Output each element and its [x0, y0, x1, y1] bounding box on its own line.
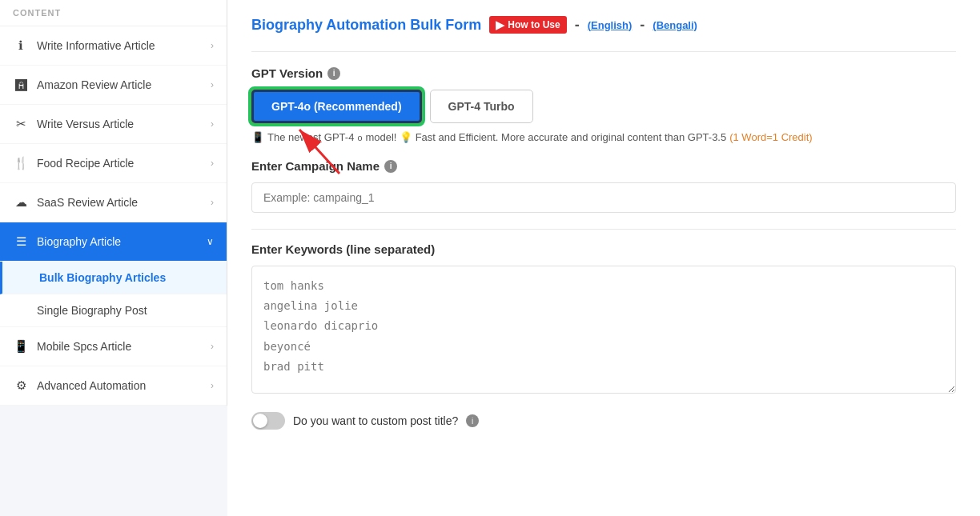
custom-post-title-label: Do you want to custom post title? — [293, 414, 458, 427]
gpt-credit: (1 Word=1 Credit) — [729, 131, 812, 143]
gpt-buttons-row: GPT-4o (Recommended) GPT-4 Turbo — [251, 90, 956, 123]
gpt4turbo-button[interactable]: GPT-4 Turbo — [430, 90, 533, 123]
custom-post-title-toggle[interactable] — [251, 412, 285, 430]
chevron-right-icon: › — [211, 380, 214, 391]
gpt-version-label: GPT Version i — [251, 66, 956, 80]
divider2 — [251, 229, 956, 230]
chevron-right-icon: › — [211, 118, 214, 130]
sidebar-item-saas-review[interactable]: ☁ SaaS Review Article › — [0, 183, 227, 222]
sidebar-item-label: Advanced Automation — [37, 379, 211, 392]
sidebar-item-label: Biography Article — [37, 235, 207, 248]
gpt-desc-text2: model! 💡 Fast and Efficient. More accura… — [365, 131, 726, 143]
gpt-buttons-container: GPT-4o (Recommended) GPT-4 Turbo — [251, 90, 956, 123]
saas-icon: ☁ — [13, 194, 29, 210]
bengali-link[interactable]: (Bengali) — [653, 19, 697, 31]
chevron-right-icon: › — [211, 341, 214, 352]
sidebar-item-label: Write Versus Article — [37, 118, 211, 130]
gpt-desc-text1: The newest GPT-4 — [267, 131, 354, 143]
write-informative-icon: ℹ — [13, 38, 29, 54]
automation-icon: ⚙ — [13, 378, 29, 394]
campaign-name-input[interactable] — [251, 182, 956, 213]
phone-icon: 📱 — [251, 131, 264, 143]
gpt-version-info-icon[interactable]: i — [327, 67, 340, 80]
keywords-section: Enter Keywords (line separated) tom hank… — [251, 242, 956, 396]
gpt-version-section: GPT Version i GPT-4o (Recommended) GPT-4… — [251, 66, 956, 143]
sidebar-item-write-versus[interactable]: ✂ Write Versus Article › — [0, 105, 227, 144]
dash-separator: - — [575, 17, 580, 34]
sidebar: CONTENT ℹ Write Informative Article › 🅰 … — [0, 0, 227, 516]
biography-icon: ☰ — [13, 234, 29, 250]
gpt-description: 📱 The newest GPT-4o model! 💡 Fast and Ef… — [251, 131, 956, 143]
campaign-name-section: Enter Campaign Name i — [251, 159, 956, 213]
amazon-icon: 🅰 — [13, 77, 29, 93]
sidebar-subitem-single-biography[interactable]: Single Biography Post — [0, 294, 227, 327]
how-to-use-badge[interactable]: ▶ How to Use — [489, 16, 566, 34]
how-to-label: How to Use — [508, 19, 560, 30]
subitem-label: Single Biography Post — [37, 304, 147, 317]
chevron-right-icon: › — [211, 158, 214, 169]
gpt4o-wrapper: GPT-4o (Recommended) — [251, 90, 422, 123]
versus-icon: ✂ — [13, 116, 29, 132]
keywords-label-text: Enter Keywords (line separated) — [251, 242, 435, 256]
gpt-version-text: GPT Version — [251, 66, 323, 80]
divider — [251, 51, 956, 52]
sidebar-subitem-bulk-biography[interactable]: Bulk Biography Articles — [0, 262, 227, 294]
sidebar-item-mobile-spcs[interactable]: 📱 Mobile Spcs Article › — [0, 327, 227, 366]
subitem-label: Bulk Biography Articles — [39, 271, 166, 284]
chevron-down-icon: ∨ — [207, 236, 214, 247]
keywords-textarea[interactable]: tom hanks angelina jolie leonardo dicapr… — [251, 266, 956, 394]
sidebar-header: CONTENT — [0, 0, 227, 26]
custom-post-title-row: Do you want to custom post title? i — [251, 412, 956, 430]
sidebar-item-biography-article[interactable]: ☰ Biography Article ∨ — [0, 222, 227, 262]
gpt4o-button[interactable]: GPT-4o (Recommended) — [251, 90, 422, 123]
sidebar-item-label: Mobile Spcs Article — [37, 340, 211, 353]
campaign-info-icon[interactable]: i — [384, 160, 397, 173]
food-icon: 🍴 — [13, 155, 29, 171]
chevron-right-icon: › — [211, 40, 214, 51]
main-content: Biography Automation Bulk Form ▶ How to … — [227, 0, 980, 516]
page-title: Biography Automation Bulk Form — [251, 17, 481, 34]
sidebar-item-food-recipe[interactable]: 🍴 Food Recipe Article › — [0, 144, 227, 183]
sidebar-item-amazon-review[interactable]: 🅰 Amazon Review Article › — [0, 66, 227, 105]
chevron-right-icon: › — [211, 197, 214, 208]
toggle-knob — [253, 414, 267, 428]
english-link[interactable]: (English) — [588, 19, 633, 31]
page-title-row: Biography Automation Bulk Form ▶ How to … — [251, 16, 956, 34]
keywords-label: Enter Keywords (line separated) — [251, 242, 956, 256]
play-icon: ▶ — [496, 18, 504, 31]
sidebar-item-label: Write Informative Article — [37, 39, 211, 52]
mobile-icon: 📱 — [13, 338, 29, 354]
campaign-name-label: Enter Campaign Name i — [251, 159, 956, 173]
sidebar-item-label: Amazon Review Article — [37, 78, 211, 91]
sidebar-item-label: Food Recipe Article — [37, 157, 211, 170]
dash-separator2: - — [640, 17, 645, 34]
sidebar-item-label: SaaS Review Article — [37, 196, 211, 209]
custom-post-info-icon[interactable]: i — [466, 414, 479, 427]
campaign-name-text: Enter Campaign Name — [251, 159, 380, 173]
sidebar-item-write-informative[interactable]: ℹ Write Informative Article › — [0, 26, 227, 66]
chevron-right-icon: › — [211, 79, 214, 90]
superscript-o: o — [357, 133, 362, 142]
sidebar-item-advanced-automation[interactable]: ⚙ Advanced Automation › — [0, 366, 227, 406]
